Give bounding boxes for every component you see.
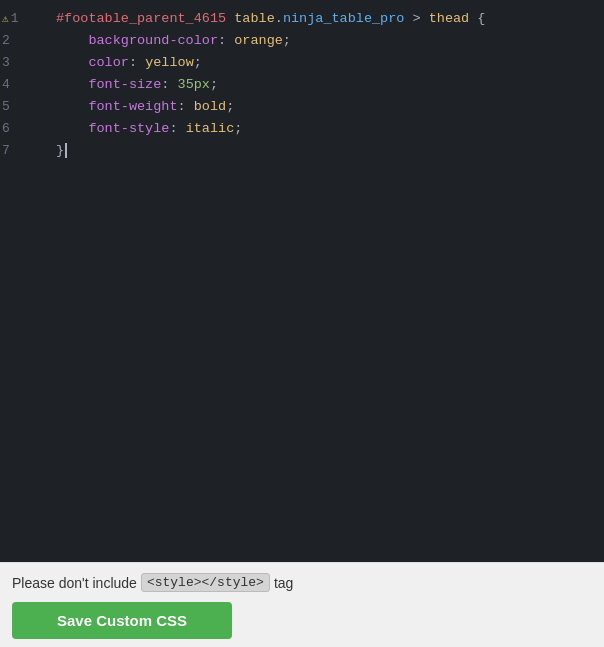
selector-element-token: table [234,11,275,26]
line-number: 1 [11,8,19,30]
line-number: 4 [2,74,10,96]
code-line-4: 4 font-size: 35px; [0,74,604,96]
plain-token: } [56,143,64,158]
save-custom-css-button[interactable]: Save Custom CSS [12,602,232,639]
line-content-7: } [48,140,604,162]
line-content-6: font-style: italic; [48,118,604,140]
line-gutter-7: 7 [0,140,48,162]
line-number: 2 [2,30,10,52]
code-line-1: ⚠1#footable_parent_4615 table.ninja_tabl… [0,8,604,30]
plain-token: > [404,11,428,26]
plain-token [56,121,88,136]
property-token: color [88,55,129,70]
plain-token: : [129,55,145,70]
code-editor[interactable]: ⚠1#footable_parent_4615 table.ninja_tabl… [0,0,604,562]
plain-token [56,99,88,114]
warning-message: Please don't include <style></style> tag [12,573,592,592]
property-token: background-color [88,33,218,48]
plain-token [56,55,88,70]
selector-id-token: #footable_parent_4615 [56,11,226,26]
line-content-2: background-color: orange; [48,30,604,52]
code-line-2: 2 background-color: orange; [0,30,604,52]
line-content-3: color: yellow; [48,52,604,74]
plain-token: . [275,11,283,26]
line-gutter-1: ⚠1 [0,8,48,30]
warning-prefix: Please don't include [12,575,137,591]
value-keyword-token: bold [194,99,226,114]
code-line-6: 6 font-style: italic; [0,118,604,140]
plain-token: { [469,11,485,26]
plain-token: : [218,33,234,48]
line-number: 5 [2,96,10,118]
line-number: 6 [2,118,10,140]
plain-token: ; [283,33,291,48]
code-lines: ⚠1#footable_parent_4615 table.ninja_tabl… [0,8,604,162]
line-content-1: #footable_parent_4615 table.ninja_table_… [48,8,604,30]
code-line-7: 7} [0,140,604,162]
plain-token: ; [226,99,234,114]
property-token: font-weight [88,99,177,114]
code-line-5: 5 font-weight: bold; [0,96,604,118]
plain-token: : [161,77,177,92]
line-number: 3 [2,52,10,74]
value-keyword-token: orange [234,33,283,48]
plain-token [56,77,88,92]
property-token: font-style [88,121,169,136]
plain-token: : [169,121,185,136]
value-keyword-token: yellow [145,55,194,70]
line-gutter-5: 5 [0,96,48,118]
line-gutter-6: 6 [0,118,48,140]
warning-triangle-icon: ⚠ [2,8,9,30]
property-token: font-size [88,77,161,92]
bottom-bar: Please don't include <style></style> tag… [0,562,604,647]
plain-token: ; [210,77,218,92]
selector-element-token: thead [429,11,470,26]
value-keyword-token: italic [186,121,235,136]
code-line-3: 3 color: yellow; [0,52,604,74]
line-gutter-3: 3 [0,52,48,74]
plain-token: ; [194,55,202,70]
plain-token [56,33,88,48]
plain-token: : [178,99,194,114]
line-gutter-2: 2 [0,30,48,52]
line-content-4: font-size: 35px; [48,74,604,96]
value-number-token: 35px [178,77,210,92]
line-number: 7 [2,140,10,162]
style-tag: <style></style> [141,573,270,592]
warning-suffix: tag [274,575,293,591]
line-gutter-4: 4 [0,74,48,96]
line-content-5: font-weight: bold; [48,96,604,118]
selector-class-token: ninja_table_pro [283,11,405,26]
plain-token: ; [234,121,242,136]
